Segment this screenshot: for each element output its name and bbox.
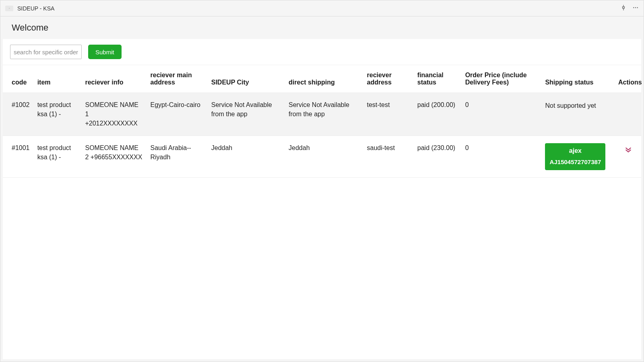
shipping-badge-carrier: ajex [549, 146, 601, 155]
cell-item: test product ksa (1) - [33, 93, 81, 136]
th-item: item [33, 65, 81, 93]
search-row: Submit [3, 39, 641, 65]
orders-table: code item reciever info reciever main ad… [3, 65, 641, 178]
th-reciever-info: reciever info [81, 65, 146, 93]
svg-point-0 [633, 7, 634, 8]
app-icon: ·· [5, 6, 13, 11]
title-bar: ·· SIDEUP - KSA [0, 0, 644, 16]
svg-point-2 [637, 7, 638, 8]
cell-reciever-main-address: Saudi Arabia--Riyadh [147, 136, 207, 177]
th-order-price: Order Price (include Delivery Fees) [461, 65, 541, 93]
cell-reciever-info: SOMEONE NAME 2 +96655XXXXXXX [81, 136, 146, 177]
sub-header: Welcome [0, 16, 644, 39]
pin-icon[interactable] [620, 4, 627, 12]
table-header: code item reciever info reciever main ad… [3, 65, 641, 93]
th-financial-status: financial status [413, 65, 461, 93]
th-reciever-main-address: reciever main address [147, 65, 207, 93]
cell-actions [614, 93, 641, 136]
cell-shipping-status: Not supported yet [541, 93, 614, 136]
table-row: #1002test product ksa (1) -SOMEONE NAME … [3, 93, 641, 136]
th-reciever-address: reciever address [363, 65, 413, 93]
th-sideup-city: SIDEUP City [207, 65, 285, 93]
th-direct-shipping: direct shipping [285, 65, 363, 93]
shipping-badge[interactable]: ajexAJ1504572707387 [545, 143, 605, 170]
th-code: code [3, 65, 33, 93]
app-window: ·· SIDEUP - KSA Welcome Submit [0, 0, 644, 362]
cell-code: #1002 [3, 93, 33, 136]
table-body: #1002test product ksa (1) -SOMEONE NAME … [3, 93, 641, 178]
cell-shipping-status: ajexAJ1504572707387 [541, 136, 614, 177]
cell-reciever-info: SOMEONE NAME 1 +2012XXXXXXXX [81, 93, 146, 136]
cell-financial-status: paid (200.00) [413, 93, 461, 136]
cell-direct-shipping: Jeddah [285, 136, 363, 177]
content-panel: Submit code item reciever info reciever … [3, 39, 641, 359]
shipping-badge-tracking: AJ1504572707387 [549, 158, 601, 166]
page-title: Welcome [12, 23, 48, 33]
cell-financial-status: paid (230.00) [413, 136, 461, 177]
cell-reciever-main-address: Egypt-Cairo-cairo [147, 93, 207, 136]
svg-point-1 [635, 7, 636, 8]
cell-reciever-address: saudi-test [363, 136, 413, 177]
cell-item: test product ksa (1) - [33, 136, 81, 177]
cell-reciever-address: test-test [363, 93, 413, 136]
table-row: #1001test product ksa (1) -SOMEONE NAME … [3, 136, 641, 177]
cell-order-price: 0 [461, 93, 541, 136]
title-bar-actions [620, 4, 639, 12]
th-actions: Actions [614, 65, 641, 93]
more-icon[interactable] [632, 4, 639, 12]
submit-button[interactable]: Submit [88, 45, 122, 59]
th-shipping-status: Shipping status [541, 65, 614, 93]
shipping-status-text: Not supported yet [545, 100, 596, 110]
cell-sideup-city: Service Not Available from the app [207, 93, 285, 136]
cell-code: #1001 [3, 136, 33, 177]
cell-sideup-city: Jeddah [207, 136, 285, 177]
search-input[interactable] [10, 45, 82, 59]
expand-actions-icon[interactable] [624, 143, 632, 154]
cell-actions [614, 136, 641, 177]
app-title: SIDEUP - KSA [17, 5, 620, 12]
cell-order-price: 0 [461, 136, 541, 177]
cell-direct-shipping: Service Not Available from the app [285, 93, 363, 136]
